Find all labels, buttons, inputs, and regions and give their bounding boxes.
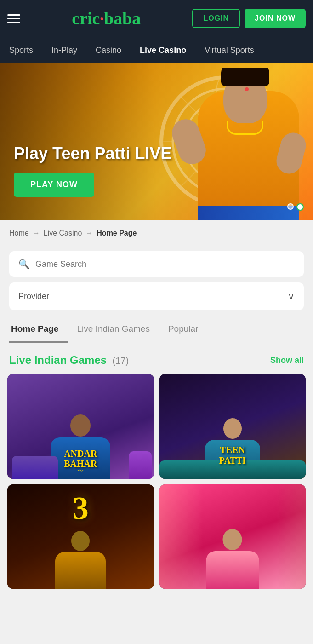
nav-bar: Sports In-Play Casino Live Casino Virtua… bbox=[0, 37, 313, 63]
nav-item-sports[interactable]: Sports bbox=[0, 37, 42, 63]
logo-cric: cric bbox=[72, 9, 100, 28]
game-card-andar-bahar[interactable]: ANDAR BAHAR 〜 bbox=[7, 374, 154, 479]
tabs-section: Home Page Live Indian Games Popular bbox=[0, 310, 313, 343]
show-all-button[interactable]: Show all bbox=[270, 356, 304, 365]
indicator-dot-1[interactable] bbox=[287, 203, 294, 210]
menu-button[interactable] bbox=[7, 14, 20, 23]
tab-home-page[interactable]: Home Page bbox=[9, 319, 68, 343]
header: cric●baba LOGIN JOIN NOW bbox=[0, 0, 313, 37]
tabs-inner: Home Page Live Indian Games Popular bbox=[0, 319, 313, 343]
section-title-area: Live Indian Games (17) bbox=[9, 354, 129, 367]
header-buttons: LOGIN JOIN NOW bbox=[192, 9, 306, 28]
nav-item-casino[interactable]: Casino bbox=[86, 37, 131, 63]
hero-title: Play Teen Patti LIVE bbox=[14, 144, 171, 163]
nav-item-virtual-sports[interactable]: Virtual Sports bbox=[195, 37, 263, 63]
chevron-down-icon: ∨ bbox=[288, 291, 295, 302]
logo-dot: ● bbox=[100, 15, 103, 22]
search-input[interactable] bbox=[35, 259, 295, 269]
logo[interactable]: cric●baba bbox=[72, 8, 141, 29]
breadcrumb-arrow-2: → bbox=[85, 229, 93, 237]
breadcrumb-current: Home Page bbox=[97, 229, 137, 237]
join-button[interactable]: JOIN NOW bbox=[245, 9, 306, 28]
game-teen-patti-label: TEEN PATTI bbox=[159, 445, 306, 466]
logo-baba: baba bbox=[104, 9, 141, 28]
section-title: Live Indian Games bbox=[9, 354, 107, 366]
login-button[interactable]: LOGIN bbox=[192, 9, 240, 28]
game-grid: ANDAR BAHAR 〜 TEEN PATTI bbox=[0, 374, 313, 596]
hero-banner: Play Teen Patti LIVE PLAY NOW bbox=[0, 63, 313, 220]
section-header: Live Indian Games (17) Show all bbox=[0, 343, 313, 374]
game-card-pink[interactable] bbox=[159, 484, 306, 589]
provider-label: Provider bbox=[18, 292, 49, 301]
nav-item-live-casino[interactable]: Live Casino bbox=[131, 37, 195, 63]
game-card-teen-patti[interactable]: TEEN PATTI bbox=[159, 374, 306, 479]
breadcrumb-home[interactable]: Home bbox=[9, 229, 29, 237]
game-andar-bahar-label: ANDAR BAHAR bbox=[7, 448, 154, 469]
breadcrumb-live-casino[interactable]: Live Casino bbox=[44, 229, 82, 237]
indicator-dot-2[interactable] bbox=[296, 203, 304, 211]
breadcrumb-arrow-1: → bbox=[33, 229, 40, 237]
breadcrumb: Home → Live Casino → Home Page bbox=[0, 220, 313, 247]
search-section: 🔍 Provider ∨ bbox=[0, 247, 313, 310]
game-card-three-card[interactable]: 3 bbox=[7, 484, 154, 589]
game-three-label: 3 bbox=[73, 490, 89, 527]
hero-indicators bbox=[287, 203, 304, 211]
tab-live-indian-games[interactable]: Live Indian Games bbox=[75, 319, 159, 343]
nav-item-inplay[interactable]: In-Play bbox=[42, 37, 86, 63]
search-box: 🔍 bbox=[9, 251, 304, 277]
hero-content: Play Teen Patti LIVE PLAY NOW bbox=[0, 144, 185, 220]
provider-dropdown[interactable]: Provider ∨ bbox=[9, 282, 304, 310]
tab-popular[interactable]: Popular bbox=[166, 319, 208, 343]
play-now-button[interactable]: PLAY NOW bbox=[14, 172, 94, 197]
section-count: (17) bbox=[113, 356, 129, 366]
search-icon: 🔍 bbox=[18, 259, 30, 270]
